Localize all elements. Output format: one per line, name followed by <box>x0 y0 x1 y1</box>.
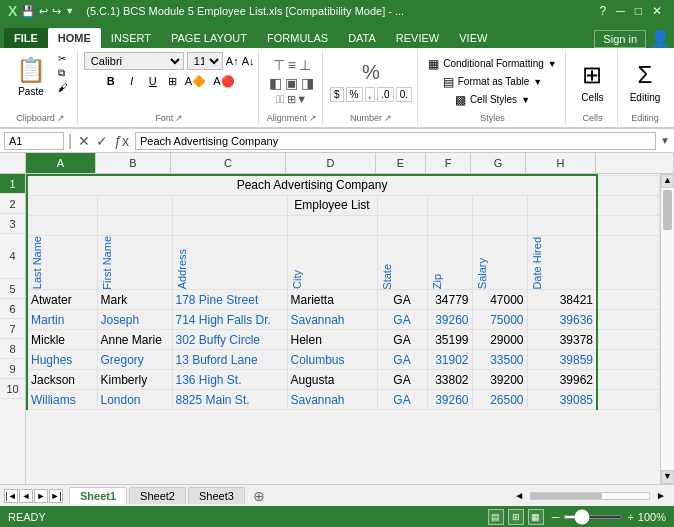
sheet-first-btn[interactable]: |◄ <box>4 489 18 503</box>
cell-A1-merged[interactable]: Peach Advertising Company <box>27 175 597 195</box>
merge-center-icon[interactable]: ⊞▼ <box>287 93 307 106</box>
tab-home[interactable]: HOME <box>48 28 101 48</box>
zoom-in-btn[interactable]: + <box>627 511 633 523</box>
hscroll-right-btn[interactable]: ► <box>652 490 670 501</box>
format-painter-button[interactable]: 🖌 <box>55 81 71 94</box>
add-sheet-btn[interactable]: ⊕ <box>247 486 271 506</box>
cell-ref-box[interactable]: A1 <box>4 132 64 150</box>
cell-D9[interactable]: Augusta <box>287 370 377 390</box>
col-header-A[interactable]: A <box>26 153 96 173</box>
cell-H8[interactable]: 39859 <box>527 350 597 370</box>
clipboard-expand-icon[interactable]: ↗ <box>57 113 65 123</box>
cell-E5[interactable]: GA <box>377 290 427 310</box>
sign-in-button[interactable]: Sign in <box>594 30 646 48</box>
row-num-1[interactable]: 1 <box>0 174 25 194</box>
cell-F3[interactable] <box>427 215 472 235</box>
row-num-6[interactable]: 6 <box>0 299 25 319</box>
zoom-slider[interactable] <box>563 515 623 519</box>
font-size-select[interactable]: 11 <box>187 52 223 70</box>
cell-F2[interactable] <box>427 195 472 215</box>
cell-E8[interactable]: GA <box>377 350 427 370</box>
normal-view-icon[interactable]: ▤ <box>488 509 504 525</box>
customize-quick-access[interactable]: ▼ <box>65 6 74 16</box>
font-color-btn[interactable]: A🔴 <box>211 75 236 88</box>
cell-H6[interactable]: 39636 <box>527 310 597 330</box>
confirm-formula-btn[interactable]: ✓ <box>94 133 110 149</box>
cell-E6[interactable]: GA <box>377 310 427 330</box>
minimize-btn[interactable]: ─ <box>612 4 629 18</box>
cell-D10[interactable]: Savannah <box>287 390 377 410</box>
row-num-8[interactable]: 8 <box>0 339 25 359</box>
cell-A10[interactable]: Williams <box>27 390 97 410</box>
row-num-2[interactable]: 2 <box>0 194 25 214</box>
cell-E3[interactable] <box>377 215 427 235</box>
decrease-decimal-btn[interactable]: 0. <box>396 87 412 102</box>
cell-B3[interactable] <box>97 215 172 235</box>
cell-E10[interactable]: GA <box>377 390 427 410</box>
cell-D7[interactable]: Helen <box>287 330 377 350</box>
page-layout-view-icon[interactable]: ⊞ <box>508 509 524 525</box>
row-num-3[interactable]: 3 <box>0 214 25 234</box>
hscroll-track[interactable] <box>530 492 650 500</box>
cell-A9[interactable]: Jackson <box>27 370 97 390</box>
font-expand-icon[interactable]: ↗ <box>175 113 183 123</box>
cell-B2[interactable] <box>97 195 172 215</box>
cell-A4[interactable]: Last Name <box>27 235 97 290</box>
cell-B6[interactable]: Joseph <box>97 310 172 330</box>
col-header-F[interactable]: F <box>426 153 471 173</box>
decrease-font-icon[interactable]: A↓ <box>242 55 255 67</box>
tab-formulas[interactable]: FORMULAS <box>257 28 338 48</box>
cell-C3[interactable] <box>172 215 287 235</box>
border-btn[interactable]: ⊞ <box>165 74 180 89</box>
increase-font-icon[interactable]: A↑ <box>226 55 239 67</box>
cell-H4[interactable]: Date Hired <box>527 235 597 290</box>
cell-C2[interactable] <box>172 195 287 215</box>
cell-F8[interactable]: 31902 <box>427 350 472 370</box>
align-left-icon[interactable]: ◧ <box>269 75 282 91</box>
cell-G6[interactable]: 75000 <box>472 310 527 330</box>
sheet-prev-btn[interactable]: ◄ <box>19 489 33 503</box>
percent-btn[interactable]: % <box>346 87 363 102</box>
cell-G7[interactable]: 29000 <box>472 330 527 350</box>
cell-C5[interactable]: 178 Pine Street <box>172 290 287 310</box>
cell-A3[interactable] <box>27 215 97 235</box>
comma-btn[interactable]: , <box>365 87 376 102</box>
col-header-H[interactable]: H <box>526 153 596 173</box>
cell-D4[interactable]: City <box>287 235 377 290</box>
cell-H10[interactable]: 39085 <box>527 390 597 410</box>
scroll-up-btn[interactable]: ▲ <box>661 174 674 188</box>
row-num-4[interactable]: 4 <box>0 234 25 279</box>
col-header-B[interactable]: B <box>96 153 171 173</box>
cut-button[interactable]: ✂ <box>55 52 71 65</box>
cell-G3[interactable] <box>472 215 527 235</box>
cell-A5[interactable]: Atwater <box>27 290 97 310</box>
cell-G5[interactable]: 47000 <box>472 290 527 310</box>
cell-C10[interactable]: 8825 Main St. <box>172 390 287 410</box>
restore-btn[interactable]: □ <box>631 4 646 18</box>
cell-B5[interactable]: Mark <box>97 290 172 310</box>
hscroll-left-btn[interactable]: ◄ <box>510 490 528 501</box>
quick-access-undo[interactable]: ↩ <box>39 5 48 18</box>
tab-page-layout[interactable]: PAGE LAYOUT <box>161 28 257 48</box>
close-btn[interactable]: ✕ <box>648 4 666 18</box>
underline-button[interactable]: U <box>144 72 162 90</box>
cell-styles-arrow[interactable]: ▼ <box>521 95 530 105</box>
quick-access-save[interactable]: 💾 <box>21 5 35 18</box>
insert-function-btn[interactable]: ƒx <box>112 133 131 149</box>
tab-review[interactable]: REVIEW <box>386 28 449 48</box>
cell-E4[interactable]: State <box>377 235 427 290</box>
cell-B7[interactable]: Anne Marie <box>97 330 172 350</box>
sheet-tab-sheet2[interactable]: Sheet2 <box>129 487 186 504</box>
cell-G10[interactable]: 26500 <box>472 390 527 410</box>
cell-D5[interactable]: Marietta <box>287 290 377 310</box>
col-header-C[interactable]: C <box>171 153 286 173</box>
cell-E7[interactable]: GA <box>377 330 427 350</box>
help-btn[interactable]: ? <box>596 4 611 18</box>
cell-C8[interactable]: 13 Buford Lane <box>172 350 287 370</box>
currency-btn[interactable]: $ <box>330 87 344 102</box>
align-middle-icon[interactable]: ≡ <box>288 57 296 73</box>
col-header-E[interactable]: E <box>376 153 426 173</box>
cell-F9[interactable]: 33802 <box>427 370 472 390</box>
cell-B10[interactable]: London <box>97 390 172 410</box>
cell-G2[interactable] <box>472 195 527 215</box>
